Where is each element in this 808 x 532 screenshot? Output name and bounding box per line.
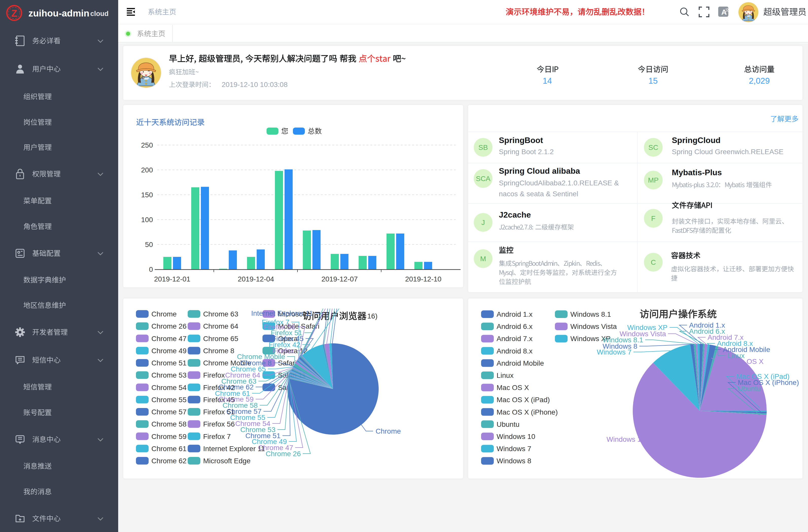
svg-text:zuihou-admin: zuihou-admin <box>29 8 89 19</box>
svg-text:150: 150 <box>141 191 153 199</box>
svg-text:Chrome 51: Chrome 51 <box>151 359 187 367</box>
svg-text:16): 16) <box>367 312 378 320</box>
svg-text:F: F <box>651 215 655 222</box>
svg-text:2019-12-04: 2019-12-04 <box>238 275 274 283</box>
svg-text:Linux: Linux <box>497 371 514 379</box>
svg-text:Firefox 7: Firefox 7 <box>203 433 231 440</box>
svg-text:Chrome 62: Chrome 62 <box>151 457 187 465</box>
svg-text:Mybatis-Plus: Mybatis-Plus <box>672 168 722 177</box>
svg-text:Chrome 47: Chrome 47 <box>151 335 187 343</box>
svg-text:SpringBoot: SpringBoot <box>499 136 543 145</box>
svg-text:2019-12-07: 2019-12-07 <box>321 275 357 283</box>
svg-text:Internet Explorer 11: Internet Explorer 11 <box>251 309 313 317</box>
svg-text:14: 14 <box>543 76 552 86</box>
svg-text:Chrome 58: Chrome 58 <box>151 420 187 428</box>
svg-text:15: 15 <box>648 76 658 86</box>
svg-text:Internet Explorer 11: Internet Explorer 11 <box>203 445 265 453</box>
svg-text:M: M <box>480 255 486 263</box>
svg-text:J: J <box>481 219 485 226</box>
svg-text:SpringCloud: SpringCloud <box>672 136 720 145</box>
svg-text:2019-12-10: 2019-12-10 <box>405 275 441 283</box>
svg-text:J2cache: J2cache <box>499 210 531 219</box>
svg-text:Chrome 61: Chrome 61 <box>151 445 187 453</box>
svg-text:Windows 10: Windows 10 <box>606 435 645 443</box>
svg-text:Chrome 65: Chrome 65 <box>203 335 238 343</box>
svg-text:Z: Z <box>11 8 17 19</box>
svg-text:Windows 8.1: Windows 8.1 <box>570 310 611 318</box>
svg-text:Microsoft Edge: Microsoft Edge <box>203 457 251 465</box>
svg-text:SpringCloudAlibaba2.1.0.RELEAS: SpringCloudAlibaba2.1.0.RELEASE & <box>499 179 619 187</box>
svg-text:Chrome 59: Chrome 59 <box>151 433 187 440</box>
svg-text:cloud: cloud <box>90 10 109 18</box>
svg-text:SC: SC <box>648 144 658 151</box>
svg-text:C: C <box>651 258 656 266</box>
svg-text:Mac OS X: Mac OS X <box>497 384 529 391</box>
svg-text:Windows 7: Windows 7 <box>497 445 531 453</box>
svg-text:Windows 10: Windows 10 <box>497 433 535 440</box>
svg-text:Chrome 54: Chrome 54 <box>151 384 187 391</box>
svg-text:Chrome 26: Chrome 26 <box>151 322 187 330</box>
svg-text:Chrome 55: Chrome 55 <box>151 396 187 404</box>
svg-text:Android 1.x: Android 1.x <box>497 310 533 318</box>
svg-text:0: 0 <box>149 265 153 273</box>
svg-text:nacos & seata & Sentinel: nacos & seata & Sentinel <box>499 190 578 198</box>
svg-text:MP: MP <box>648 176 659 184</box>
svg-text:Ubuntu: Ubuntu <box>738 385 760 392</box>
svg-text:200: 200 <box>141 166 153 174</box>
svg-text:Chrome: Chrome <box>151 310 177 318</box>
svg-text:Chrome 53: Chrome 53 <box>151 371 187 379</box>
svg-text:Mac OS X (iPad): Mac OS X (iPad) <box>497 396 550 404</box>
svg-text:Windows 8: Windows 8 <box>497 457 531 465</box>
svg-text:Mac OS X: Mac OS X <box>731 357 764 365</box>
svg-text:Mac OS X (iPhone): Mac OS X (iPhone) <box>497 408 558 416</box>
svg-text:SCA: SCA <box>476 175 491 183</box>
svg-text:Chrome 8: Chrome 8 <box>203 347 234 355</box>
svg-text:Android 8.x: Android 8.x <box>497 347 533 355</box>
svg-text:Windows 7: Windows 7 <box>597 348 631 356</box>
svg-text:Chrome 49: Chrome 49 <box>151 347 187 355</box>
svg-text:2019-12-01: 2019-12-01 <box>154 275 190 283</box>
svg-text:Android 6.x: Android 6.x <box>497 323 533 330</box>
svg-text:Chrome 57: Chrome 57 <box>151 408 187 416</box>
svg-text:Android Mobile: Android Mobile <box>497 359 544 367</box>
svg-text:Chrome 63: Chrome 63 <box>203 310 238 318</box>
svg-text:Spring Boot 2.1.2: Spring Boot 2.1.2 <box>499 148 554 156</box>
svg-text:Chrome: Chrome <box>375 427 401 435</box>
svg-text:2019-12-10 10:03:08: 2019-12-10 10:03:08 <box>222 81 288 89</box>
svg-text:Spring Cloud alibaba: Spring Cloud alibaba <box>499 166 580 176</box>
svg-text:Chrome 26: Chrome 26 <box>265 450 301 458</box>
svg-text:Ubuntu: Ubuntu <box>497 420 519 428</box>
svg-text:50: 50 <box>145 241 153 249</box>
svg-text:250: 250 <box>141 141 153 149</box>
svg-text:SB: SB <box>478 144 488 151</box>
svg-text:Android 7.x: Android 7.x <box>497 335 533 343</box>
svg-text:Spring Cloud Greenwich.RELEASE: Spring Cloud Greenwich.RELEASE <box>672 148 784 156</box>
svg-text:Windows Vista: Windows Vista <box>570 323 617 330</box>
svg-text:Chrome 64: Chrome 64 <box>203 322 238 330</box>
svg-text:100: 100 <box>141 216 153 224</box>
svg-text:2,029: 2,029 <box>749 76 770 86</box>
